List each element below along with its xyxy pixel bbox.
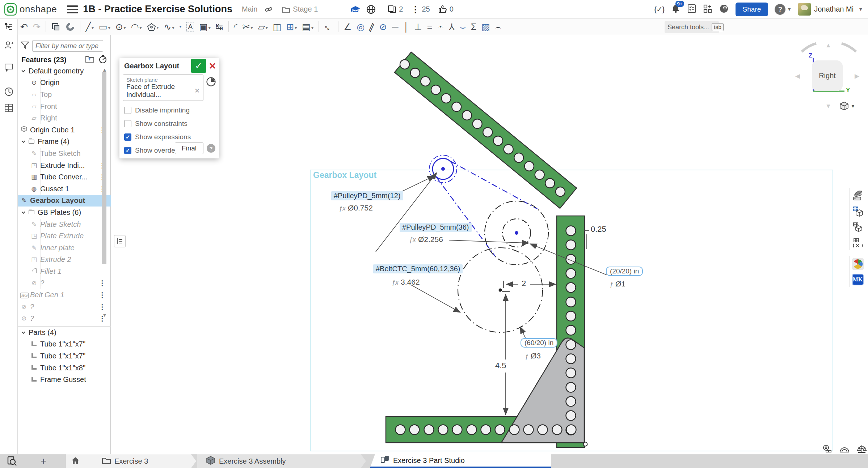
dim-45-label[interactable]: 4.5 bbox=[495, 361, 506, 370]
vertical-constraint-button[interactable]: │ bbox=[402, 22, 410, 32]
pattern-tool-button[interactable]: ⊞▾ bbox=[285, 22, 298, 32]
rotate-left-icon[interactable]: ◀ bbox=[795, 72, 800, 80]
circle-tool-button[interactable]: ⊙▾ bbox=[114, 22, 127, 32]
apps-store-icon[interactable] bbox=[703, 4, 712, 15]
variables-panel-button[interactable] bbox=[849, 235, 866, 250]
concentric-constraint-button[interactable]: ◎ bbox=[355, 22, 366, 32]
feature-panel-scrollbar[interactable] bbox=[102, 72, 106, 264]
rollback-timer-icon[interactable] bbox=[98, 55, 107, 65]
horizontal-constraint-button[interactable]: ─ bbox=[391, 22, 400, 32]
rollback-clock-icon[interactable] bbox=[206, 77, 216, 88]
search-tabs-button[interactable] bbox=[3, 454, 21, 468]
arc-tool-button[interactable]: ◠▾ bbox=[130, 22, 143, 32]
rotate-right-icon[interactable]: ▶ bbox=[855, 72, 859, 80]
checkbox-show-expressions[interactable]: Show expressions bbox=[124, 133, 219, 141]
custom-tables-panel-button[interactable] bbox=[849, 219, 866, 235]
sketch-dimension-flyout-button[interactable] bbox=[114, 235, 126, 247]
part-item-tube-7a[interactable]: Tube 1"x1"x7" bbox=[18, 339, 111, 350]
final-button[interactable]: Final bbox=[175, 142, 203, 154]
appearance-panel-button[interactable] bbox=[849, 188, 866, 204]
feature-item-unknown-3[interactable]: ⊘ ? ⋮ bbox=[18, 312, 111, 324]
feature-item-origin[interactable]: ⊙ Origin bbox=[18, 77, 111, 89]
checkbox-icon[interactable] bbox=[124, 107, 131, 114]
feature-item-default-geometry[interactable]: Default geometry bbox=[18, 65, 111, 77]
graphics-canvas[interactable]: Gearbox Layout #PulleyPD_5mm(12) ƒxØ0.75… bbox=[111, 35, 868, 454]
tape-measure-icon[interactable] bbox=[822, 444, 833, 455]
versions-icon[interactable]: ⋮ bbox=[411, 4, 420, 14]
tab-exercise-3-part-studio[interactable]: Exercise 3 Part Studio bbox=[370, 454, 551, 468]
coincident-constraint-button[interactable]: ∠ bbox=[342, 22, 353, 32]
user-avatar[interactable] bbox=[798, 3, 811, 16]
configurations-panel-button[interactable] bbox=[849, 204, 866, 219]
workspace-name[interactable]: Stage 1 bbox=[293, 5, 318, 13]
help-menu[interactable]: ? ▼ bbox=[775, 4, 792, 15]
transform-tool-button[interactable]: ▱▾ bbox=[257, 22, 269, 32]
revolve-tool-icon[interactable] bbox=[64, 22, 76, 31]
polygon-tool-button[interactable]: ▾ bbox=[146, 22, 160, 31]
tasks-checklist-icon[interactable] bbox=[687, 4, 696, 15]
checkbox-icon[interactable] bbox=[124, 120, 131, 127]
feature-item-tube-converter[interactable]: ▦ Tube Conver... ⋮ bbox=[18, 171, 111, 183]
comments-icon[interactable] bbox=[4, 63, 14, 72]
dialog-close-button[interactable]: ✕ bbox=[206, 59, 219, 73]
drag-handle-icon[interactable]: ⋮ bbox=[99, 279, 106, 287]
view-cube-face[interactable]: Right bbox=[812, 60, 843, 91]
breadcrumb-tab[interactable]: Exercise 3 bbox=[66, 454, 196, 468]
pulley12-value[interactable]: ƒxØ0.752 bbox=[339, 204, 373, 212]
feature-list-toggle-button[interactable] bbox=[0, 19, 18, 35]
feature-folder-frame[interactable]: Frame (4) bbox=[18, 136, 111, 148]
feature-item-tube-sketch[interactable]: ✎ Tube Sketch bbox=[18, 148, 111, 159]
mirror-tool-button[interactable]: ◫ bbox=[272, 22, 283, 32]
measure-tool-button[interactable]: ↔ bbox=[323, 22, 334, 32]
follow-mode-icon[interactable] bbox=[4, 40, 14, 50]
main-menu-icon[interactable] bbox=[67, 5, 78, 13]
parts-section-header[interactable]: Parts (4) bbox=[18, 327, 111, 339]
midpoint-constraint-button[interactable]: -•- bbox=[436, 22, 444, 32]
feature-item-plate-sketch[interactable]: ✎ Plate Sketch bbox=[18, 218, 111, 230]
onshape-logo-icon[interactable] bbox=[4, 3, 17, 16]
offset-tool-button[interactable]: ↹ bbox=[215, 22, 224, 32]
equal-constraint-button[interactable]: = bbox=[426, 22, 434, 32]
feature-item-right-plane[interactable]: ▱ Right bbox=[18, 112, 111, 124]
feature-item-origin-cube[interactable]: Origin Cube 1 ⋮ bbox=[18, 124, 111, 136]
feature-item-plate-extrude[interactable]: ◳ Plate Extrude bbox=[18, 230, 111, 242]
undo-button[interactable]: ↶ bbox=[19, 22, 29, 32]
checkbox-icon[interactable] bbox=[124, 133, 131, 141]
checkbox-disable-imprinting[interactable]: Disable imprinting bbox=[124, 106, 219, 114]
filter-funnel-icon[interactable] bbox=[21, 41, 29, 51]
dxf-import-button[interactable]: ▤▾ bbox=[301, 22, 315, 32]
part-item-tube-7b[interactable]: Tube 1"x1"x7" bbox=[18, 350, 111, 362]
point-tool-button[interactable]: • bbox=[178, 22, 183, 32]
rotate-down-icon[interactable]: ▼ bbox=[825, 103, 831, 110]
rectangle-tool-button[interactable]: ▭▾ bbox=[98, 22, 111, 32]
view-cube[interactable]: ▲ ◀ ▶ ▼ Right Z Y ▼ bbox=[791, 39, 867, 113]
feature-item-gusset[interactable]: ◍ Gusset 1 ⋮ bbox=[18, 183, 111, 195]
symmetric-constraint-button[interactable]: Y bbox=[448, 22, 456, 32]
expr1-value[interactable]: ƒØ1 bbox=[610, 280, 625, 288]
pulley36-value[interactable]: ƒxØ2.256 bbox=[409, 235, 443, 244]
feature-item-fillet-1[interactable]: Fillet 1 bbox=[18, 265, 111, 277]
managed-sketch-button[interactable]: Σ bbox=[470, 22, 477, 32]
document-title[interactable]: 1B - Practice Exercise Solutions bbox=[83, 4, 232, 15]
learning-cap-icon[interactable] bbox=[350, 5, 361, 14]
home-icon[interactable] bbox=[71, 456, 80, 466]
app-mk-button[interactable]: MK bbox=[849, 272, 866, 287]
scroll-up-icon[interactable]: ▲ bbox=[102, 67, 107, 73]
curvature-constraint-button[interactable]: ⌣ bbox=[459, 22, 467, 32]
app-pinwheel-button[interactable] bbox=[849, 256, 866, 272]
feature-item-inner-plate[interactable]: ✎ Inner plate bbox=[18, 242, 111, 254]
part-item-frame-gusset[interactable]: Frame Gusset bbox=[18, 374, 111, 386]
drag-handle-icon[interactable]: ⋮ bbox=[99, 303, 106, 311]
featurescript-icon[interactable]: {✓} bbox=[654, 5, 665, 14]
tables-icon[interactable] bbox=[4, 103, 14, 113]
use-project-tool-button[interactable]: ▣▾ bbox=[198, 22, 212, 32]
checkbox-show-constraints[interactable]: Show constraints bbox=[124, 120, 219, 128]
notifications-bell-icon[interactable]: 9+ bbox=[671, 4, 681, 15]
belt-expression-label[interactable]: #BeltCTC_5mm(60,12,36) bbox=[373, 264, 463, 273]
tangent-constraint-button[interactable]: ⊘ bbox=[378, 22, 388, 32]
expr2-value[interactable]: ƒØ3 bbox=[525, 352, 541, 360]
new-tab-button[interactable]: + bbox=[36, 454, 51, 468]
dialog-help-icon[interactable]: ? bbox=[207, 144, 215, 153]
feature-folder-gb-plates[interactable]: GB Plates (6) bbox=[18, 207, 111, 218]
learning-center-icon[interactable] bbox=[719, 4, 729, 15]
